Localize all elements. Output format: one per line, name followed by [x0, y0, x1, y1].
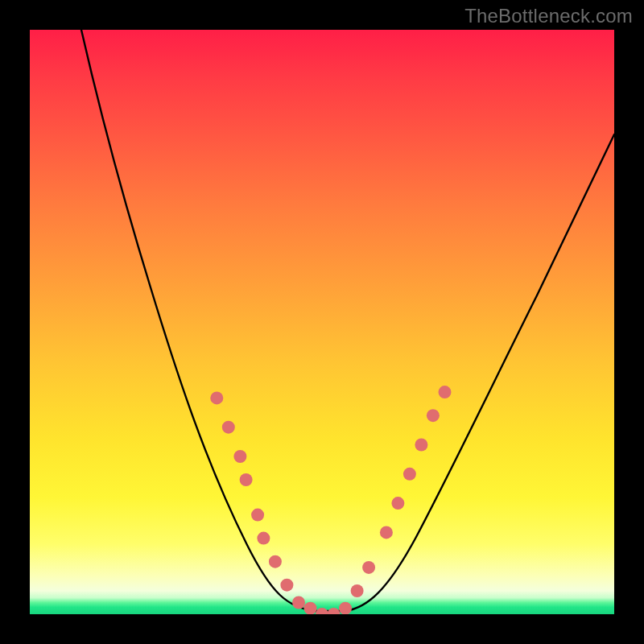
watermark-text: TheBottleneck.com	[464, 5, 633, 27]
plot-area	[30, 30, 614, 614]
chart-canvas: TheBottleneck.com	[0, 0, 644, 644]
